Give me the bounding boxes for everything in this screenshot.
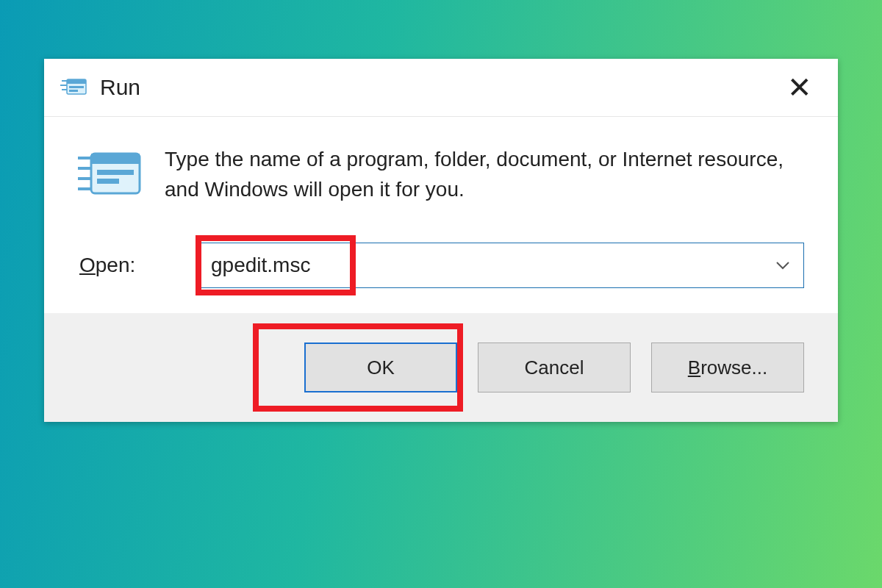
- svg-rect-2: [69, 86, 84, 88]
- ok-button[interactable]: OK: [304, 343, 457, 392]
- svg-rect-5: [91, 154, 140, 164]
- svg-rect-3: [69, 90, 78, 92]
- chevron-down-icon[interactable]: [775, 243, 790, 287]
- run-icon-small: [63, 76, 90, 98]
- close-icon: ✕: [787, 71, 812, 104]
- close-button[interactable]: ✕: [778, 59, 822, 116]
- run-icon-large: [78, 148, 146, 202]
- titlebar: Run ✕: [44, 59, 838, 117]
- cancel-button[interactable]: Cancel: [478, 343, 631, 392]
- svg-rect-7: [97, 179, 119, 184]
- open-combobox[interactable]: gpedit.msc: [197, 243, 804, 288]
- window-title: Run: [100, 75, 140, 100]
- svg-rect-6: [97, 170, 134, 175]
- description-text: Type the name of a program, folder, docu…: [165, 143, 804, 204]
- run-dialog: Run ✕ Type the name of a program, folder…: [44, 59, 838, 422]
- open-value: gpedit.msc: [211, 254, 310, 277]
- browse-button[interactable]: Browse...: [651, 343, 804, 392]
- dialog-footer: OK Cancel Browse...: [44, 313, 838, 422]
- svg-rect-1: [67, 79, 86, 84]
- dialog-body: Type the name of a program, folder, docu…: [44, 117, 838, 313]
- open-label: Open:: [79, 254, 175, 277]
